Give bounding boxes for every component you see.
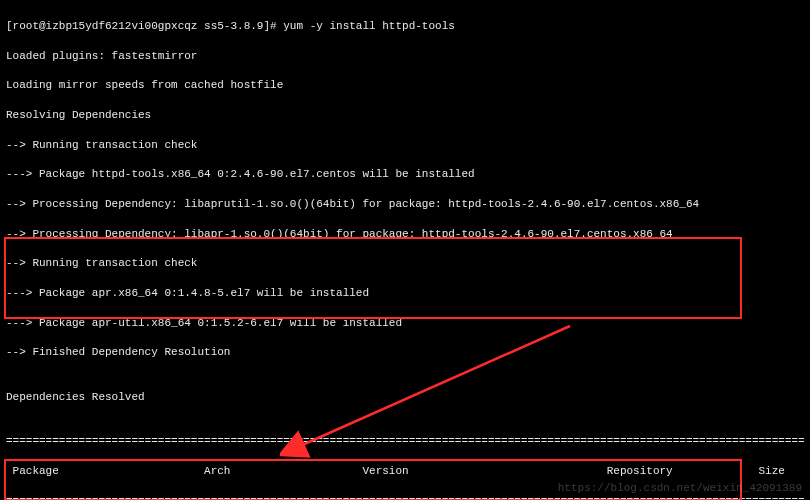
line: Loading mirror speeds from cached hostfi… bbox=[6, 78, 804, 93]
line: --> Running transaction check bbox=[6, 256, 804, 271]
line: --> Running transaction check bbox=[6, 138, 804, 153]
line: Resolving Dependencies bbox=[6, 108, 804, 123]
line: ---> Package httpd-tools.x86_64 0:2.4.6-… bbox=[6, 167, 804, 182]
line: Loaded plugins: fastestmirror bbox=[6, 49, 804, 64]
terminal-output: [root@izbp15ydf6212vi00gpxcqz ss5-3.8.9]… bbox=[0, 0, 810, 500]
line: ---> Package apr.x86_64 0:1.4.8-5.el7 wi… bbox=[6, 286, 804, 301]
watermark: https://blog.csdn.net/weixin_42091389 bbox=[558, 481, 802, 496]
table-header: Package Arch Version Repository Size bbox=[6, 464, 804, 479]
line: --> Finished Dependency Resolution bbox=[6, 345, 804, 360]
line: --> Processing Dependency: libaprutil-1.… bbox=[6, 197, 804, 212]
line: Dependencies Resolved bbox=[6, 390, 804, 405]
divider-equals: ========================================… bbox=[6, 434, 804, 449]
line: ---> Package apr-util.x86_64 0:1.5.2-6.e… bbox=[6, 316, 804, 331]
shell-prompt[interactable]: [root@izbp15ydf6212vi00gpxcqz ss5-3.8.9]… bbox=[6, 19, 804, 34]
line: --> Processing Dependency: libapr-1.so.0… bbox=[6, 227, 804, 242]
